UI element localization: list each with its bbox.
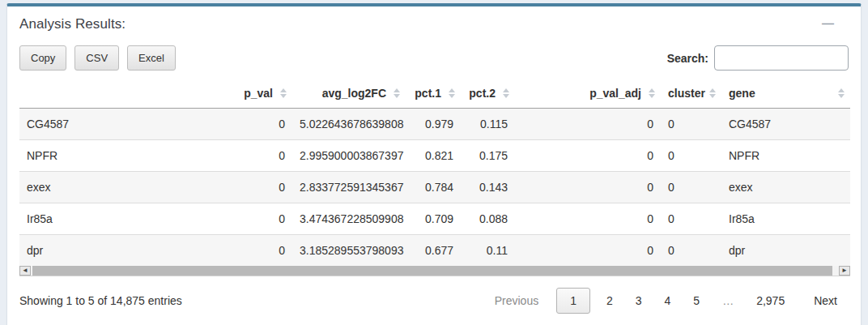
table-row[interactable]: dpr 0 3.185289553798093 0.677 0.11 0 0 d… bbox=[19, 235, 850, 267]
rowname-cell: NPFR bbox=[19, 140, 214, 172]
search-control: Search: bbox=[667, 45, 849, 71]
avg-log2fc-cell: 2.833772591345367 bbox=[292, 172, 406, 203]
page-button-2[interactable]: 2 bbox=[595, 288, 624, 314]
sort-icon bbox=[503, 88, 509, 98]
pct2-cell: 0.175 bbox=[461, 140, 515, 172]
p-val-cell: 0 bbox=[214, 235, 292, 267]
gene-cell: CG4587 bbox=[721, 109, 850, 140]
column-header-avg-log2fc[interactable]: avg_log2FC bbox=[292, 79, 406, 109]
rowname-cell: dpr bbox=[19, 235, 214, 267]
p-val-adj-cell: 0 bbox=[515, 203, 661, 235]
horizontal-scrollbar[interactable]: ◄ ► bbox=[19, 266, 850, 276]
gene-cell: NPFR bbox=[721, 140, 850, 172]
table-footer: Showing 1 to 5 of 14,875 entries Previou… bbox=[19, 286, 849, 314]
avg-log2fc-cell: 3.185289553798093 bbox=[292, 235, 406, 267]
collapse-icon[interactable]: — bbox=[822, 19, 834, 28]
cluster-cell: 0 bbox=[661, 109, 721, 140]
p-val-adj-cell: 0 bbox=[515, 172, 661, 203]
page-button-4[interactable]: 4 bbox=[653, 288, 683, 314]
page-title: Analysis Results: bbox=[19, 16, 849, 32]
page-button-5[interactable]: 5 bbox=[682, 288, 711, 314]
pct1-cell: 0.677 bbox=[406, 235, 461, 267]
csv-button[interactable]: CSV bbox=[74, 45, 119, 71]
previous-page-button[interactable]: Previous bbox=[483, 288, 550, 314]
avg-log2fc-cell: 5.022643678639808 bbox=[292, 109, 406, 140]
scroll-left-icon[interactable]: ◄ bbox=[19, 266, 31, 276]
cluster-cell: 0 bbox=[661, 172, 721, 203]
search-label: Search: bbox=[667, 52, 708, 65]
p-val-cell: 0 bbox=[214, 140, 292, 172]
sort-icon bbox=[280, 88, 287, 98]
column-header-gene[interactable]: gene bbox=[721, 79, 850, 109]
column-header-pct1[interactable]: pct.1 bbox=[406, 79, 461, 109]
pct2-cell: 0.115 bbox=[461, 109, 515, 140]
export-button-group: Copy CSV Excel bbox=[19, 45, 176, 71]
pct1-cell: 0.821 bbox=[406, 140, 461, 172]
p-val-cell: 0 bbox=[214, 172, 292, 203]
table-row[interactable]: exex 0 2.833772591345367 0.784 0.143 0 0… bbox=[19, 172, 850, 203]
cluster-cell: 0 bbox=[661, 203, 721, 235]
p-val-cell: 0 bbox=[214, 203, 292, 235]
next-page-button[interactable]: Next bbox=[802, 288, 849, 314]
excel-button[interactable]: Excel bbox=[127, 45, 176, 71]
table-toolbar: Copy CSV Excel Search: bbox=[19, 45, 849, 71]
results-table: p_val avg_log2FC pct.1 pct.2 p_val_adj c… bbox=[19, 79, 850, 266]
pct1-cell: 0.979 bbox=[406, 109, 461, 140]
gene-cell: exex bbox=[721, 172, 850, 203]
p-val-adj-cell: 0 bbox=[515, 140, 661, 172]
pagination-ellipsis: … bbox=[711, 288, 745, 314]
column-header-cluster[interactable]: cluster bbox=[661, 79, 721, 109]
panel-header: Analysis Results: — bbox=[19, 16, 849, 32]
entries-info: Showing 1 to 5 of 14,875 entries bbox=[19, 294, 182, 307]
column-header-p-val-adj[interactable]: p_val_adj bbox=[515, 79, 661, 109]
copy-button[interactable]: Copy bbox=[19, 45, 66, 71]
table-row[interactable]: Ir85a 0 3.474367228509908 0.709 0.088 0 … bbox=[19, 203, 850, 235]
gene-cell: dpr bbox=[721, 235, 850, 267]
table-row[interactable]: CG4587 0 5.022643678639808 0.979 0.115 0… bbox=[19, 109, 850, 140]
analysis-results-panel: Analysis Results: — Copy CSV Excel Searc… bbox=[6, 3, 862, 325]
page-button-1[interactable]: 1 bbox=[556, 288, 590, 314]
pct1-cell: 0.784 bbox=[406, 172, 461, 203]
avg-log2fc-cell: 3.474367228509908 bbox=[292, 203, 406, 235]
table-header-row: p_val avg_log2FC pct.1 pct.2 p_val_adj c… bbox=[19, 79, 850, 109]
sort-icon bbox=[649, 88, 655, 98]
table-row[interactable]: NPFR 0 2.995900003867397 0.821 0.175 0 0… bbox=[19, 140, 850, 172]
p-val-adj-cell: 0 bbox=[515, 109, 661, 140]
gene-cell: Ir85a bbox=[721, 203, 850, 235]
column-header-p-val[interactable]: p_val bbox=[214, 79, 292, 109]
cluster-cell: 0 bbox=[661, 140, 721, 172]
rowname-cell: exex bbox=[19, 172, 214, 203]
p-val-cell: 0 bbox=[214, 109, 292, 140]
scroll-right-icon[interactable]: ► bbox=[839, 266, 850, 276]
pct2-cell: 0.088 bbox=[461, 203, 515, 235]
pct2-cell: 0.143 bbox=[461, 172, 515, 203]
sort-icon bbox=[709, 88, 716, 98]
pct2-cell: 0.11 bbox=[461, 235, 515, 267]
column-header-pct2[interactable]: pct.2 bbox=[461, 79, 515, 109]
scrollbar-thumb[interactable] bbox=[32, 266, 832, 276]
page-button-3[interactable]: 3 bbox=[624, 288, 653, 314]
cluster-cell: 0 bbox=[661, 235, 721, 267]
search-input[interactable] bbox=[714, 45, 849, 71]
page-button-last[interactable]: 2,975 bbox=[745, 288, 796, 314]
p-val-adj-cell: 0 bbox=[515, 235, 661, 267]
avg-log2fc-cell: 2.995900003867397 bbox=[292, 140, 406, 172]
sort-icon bbox=[449, 88, 455, 98]
sort-icon bbox=[394, 88, 400, 98]
pagination: Previous 1 2 3 4 5 … 2,975 Next bbox=[483, 288, 849, 314]
column-header-rownames bbox=[19, 79, 214, 109]
sort-icon bbox=[838, 88, 845, 98]
pct1-cell: 0.709 bbox=[406, 203, 461, 235]
rowname-cell: CG4587 bbox=[19, 109, 214, 140]
rowname-cell: Ir85a bbox=[19, 203, 214, 235]
